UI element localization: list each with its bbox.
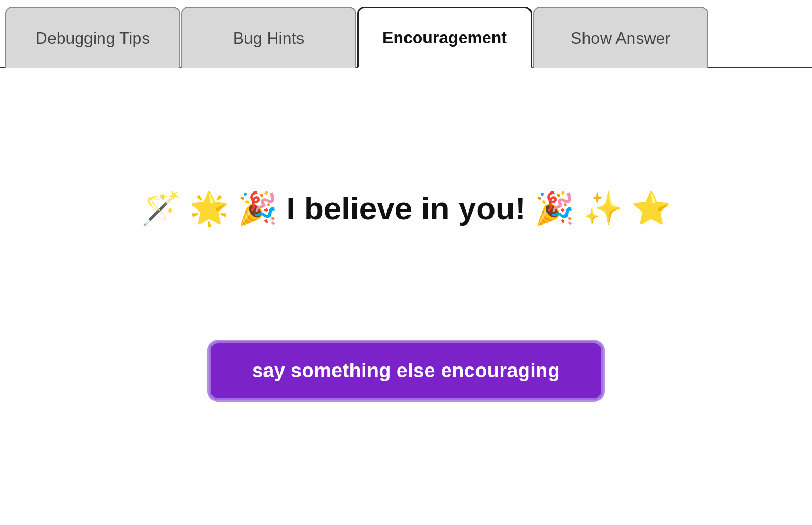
tab-debugging-tips[interactable]: Debugging Tips <box>5 7 180 68</box>
tab-bug-hints-label: Bug Hints <box>233 29 305 48</box>
say-something-else-button[interactable]: say something else encouraging <box>209 341 603 400</box>
main-content: 🪄 🌟 🎉 I believe in you! 🎉 ✨ ⭐ say someth… <box>0 68 812 511</box>
tab-encouragement-label: Encouragement <box>382 28 507 47</box>
tab-debugging-tips-label: Debugging Tips <box>36 29 150 48</box>
tab-show-answer-label: Show Answer <box>571 29 670 48</box>
tab-encouragement[interactable]: Encouragement <box>357 7 532 68</box>
tab-show-answer[interactable]: Show Answer <box>533 7 708 68</box>
encouragement-message: 🪄 🌟 🎉 I believe in you! 🎉 ✨ ⭐ <box>141 189 671 227</box>
tab-bug-hints[interactable]: Bug Hints <box>181 7 356 68</box>
tabs-container: Debugging Tips Bug Hints Encouragement S… <box>0 0 812 68</box>
